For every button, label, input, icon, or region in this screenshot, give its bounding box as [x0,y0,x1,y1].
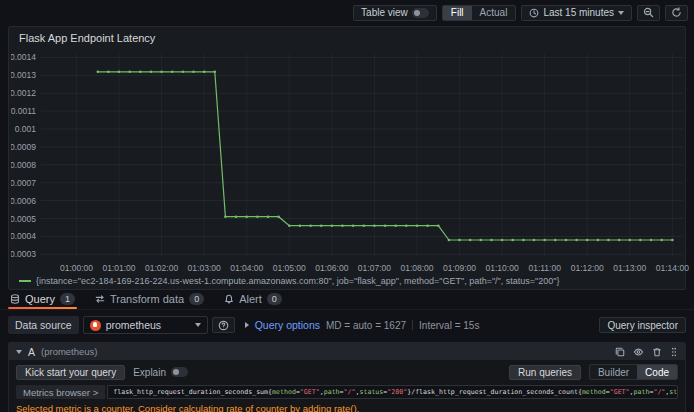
zoom-out-button[interactable] [637,5,660,21]
legend-series-swatch [19,280,31,282]
delete-query-icon[interactable] [652,347,662,357]
svg-text:01:05:00: 01:05:00 [273,263,306,273]
svg-text:0.0005: 0.0005 [11,214,36,224]
legend-item[interactable]: {instance="ec2-184-169-216-224.us-west-1… [19,276,560,286]
table-view-control[interactable]: Table view [353,5,437,21]
svg-text:0.0004: 0.0004 [11,231,36,241]
chevron-right-icon [245,322,249,328]
tab-query-label: Query [25,293,55,305]
svg-text:0.0007: 0.0007 [11,178,36,188]
tab-transform-label: Transform data [110,293,184,305]
query-row-header[interactable]: A (prometheus) [9,343,685,360]
svg-text:01:11:00: 01:11:00 [528,263,561,273]
kick-start-query-button[interactable]: Kick start your query [16,365,125,380]
drag-handle[interactable] [670,347,678,357]
table-view-label: Table view [361,7,408,18]
refresh-button[interactable] [665,5,688,21]
datasource-label: Data source [8,316,79,334]
query-options-label: Query options [255,319,320,331]
explain-label: Explain [133,367,166,378]
metrics-browser-button[interactable]: Metrics browser > [16,385,105,399]
svg-text:01:08:00: 01:08:00 [400,263,433,273]
database-icon [10,294,20,304]
svg-text:01:06:00: 01:06:00 [315,263,348,273]
tab-query-count: 1 [60,293,75,305]
svg-text:0.0009: 0.0009 [11,142,36,152]
svg-text:0.001: 0.001 [15,124,37,134]
panel-title[interactable]: Flask App Endpoint Latency [9,27,155,44]
datasource-select[interactable]: prometheus [83,316,208,334]
svg-text:01:14:00: 01:14:00 [656,263,689,273]
query-inspector-label: Query inspector [607,320,678,331]
promql-editor-row: Metrics browser > flask_http_request_dur… [9,384,685,402]
clock-icon [529,8,539,18]
svg-text:01:02:00: 01:02:00 [145,263,178,273]
legend-series-label: {instance="ec2-184-169-216-224.us-west-1… [36,276,560,286]
chevron-down-icon [618,11,624,15]
refresh-icon [671,7,682,18]
svg-text:0.0014: 0.0014 [11,52,36,62]
datasource-help-button[interactable] [212,317,235,333]
svg-text:0.0008: 0.0008 [11,160,36,170]
tab-alert-count: 0 [267,293,282,305]
promql-code-input[interactable]: flask_http_request_duration_seconds_sum{… [107,385,678,399]
timeseries-chart: 0.00140.00130.00120.00110.0010.00090.000… [11,47,694,283]
query-row-actions [615,347,678,357]
question-circle-icon [218,320,229,331]
query-inspector-button[interactable]: Query inspector [599,317,686,333]
bell-icon [224,294,234,304]
svg-text:01:13:00: 01:13:00 [613,263,646,273]
svg-text:01:07:00: 01:07:00 [358,263,391,273]
svg-text:01:09:00: 01:09:00 [443,263,476,273]
datasource-bar: Data source prometheus Query options MD … [8,314,686,336]
datasource-value: prometheus [106,319,161,331]
svg-text:0.0006: 0.0006 [11,196,36,206]
tab-alert-label: Alert [239,293,262,305]
time-range-picker[interactable]: Last 15 minutes [521,5,632,21]
svg-text:01:12:00: 01:12:00 [571,263,604,273]
svg-text:01:01:00: 01:01:00 [102,263,135,273]
query-toolbar: Kick start your query Explain Run querie… [9,360,685,384]
counter-warning-link[interactable]: Consider calculating rate of counter by … [138,403,359,412]
svg-text:01:10:00: 01:10:00 [486,263,519,273]
divider [412,320,413,330]
tab-transform-data[interactable]: Transform data 0 [93,293,206,309]
svg-text:01:04:00: 01:04:00 [230,263,263,273]
prometheus-logo-icon [90,320,101,331]
svg-text:0.0003: 0.0003 [11,249,36,259]
chevron-down-icon [195,323,201,327]
editor-tabs: Query 1 Transform data 0 Alert 0 [0,290,694,310]
duplicate-query-icon[interactable] [615,347,625,357]
tab-transform-count: 0 [189,293,204,305]
fill-button[interactable]: Fill [443,6,472,20]
editor-mode-group: Builder Code [589,364,678,380]
transform-icon [95,294,105,304]
builder-mode-button[interactable]: Builder [590,365,637,379]
fill-actual-group: Fill Actual [442,5,517,21]
svg-text:0.0013: 0.0013 [11,70,36,80]
table-view-toggle[interactable] [412,8,429,18]
code-mode-button[interactable]: Code [637,365,677,379]
query-datasource-hint: (prometheus) [41,346,98,357]
run-queries-button[interactable]: Run queries [509,365,581,380]
counter-warning-text: Selected metric is a counter. [16,403,135,412]
hide-query-eye-icon[interactable] [633,347,644,357]
timeseries-panel: Flask App Endpoint Latency 0.00140.00130… [8,26,686,290]
collapse-chevron-icon[interactable] [16,350,22,354]
time-range-label: Last 15 minutes [543,7,614,18]
svg-text:0.0011: 0.0011 [11,106,36,116]
query-row-card: A (prometheus) Kick start your query Exp… [8,342,686,412]
explain-toggle[interactable] [171,367,188,377]
editor-toolbar: Table view Fill Actual Last 15 minutes [0,0,694,22]
counter-warning: Selected metric is a counter. Consider c… [9,402,685,412]
tab-alert[interactable]: Alert 0 [222,293,284,309]
query-options-toggle[interactable]: Query options MD = auto = 1627 Interval … [245,319,480,331]
query-options-interval: Interval = 15s [419,320,479,331]
tab-query[interactable]: Query 1 [8,293,77,309]
svg-text:0.0012: 0.0012 [11,88,36,98]
zoom-out-icon [643,7,654,18]
actual-button[interactable]: Actual [472,6,516,20]
query-options-md: MD = auto = 1627 [326,320,406,331]
query-ref-id: A [28,346,35,358]
svg-text:01:03:00: 01:03:00 [188,263,221,273]
